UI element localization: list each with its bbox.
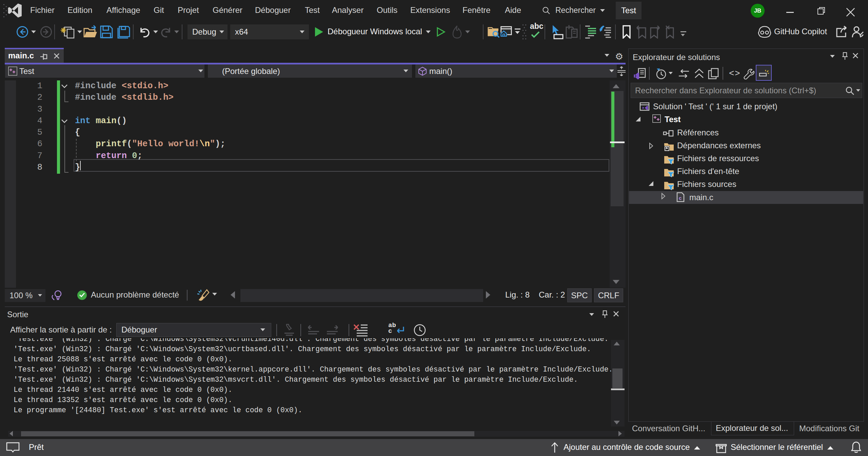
svg-text:c: c: [679, 195, 682, 201]
